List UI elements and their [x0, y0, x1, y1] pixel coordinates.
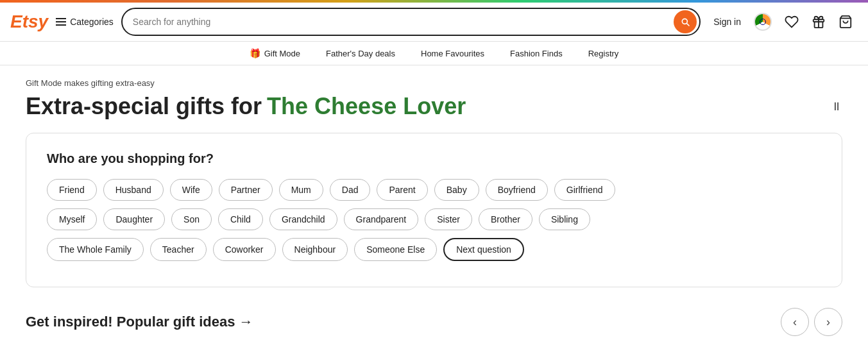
- nav-fathers-day[interactable]: Father's Day deals: [326, 49, 395, 58]
- search-input[interactable]: [133, 17, 674, 27]
- nav-gift-mode[interactable]: 🎁 Gift Mode: [250, 48, 300, 58]
- cart-icon: [838, 15, 853, 29]
- tag-wife[interactable]: Wife: [170, 179, 212, 201]
- favorites-button[interactable]: [779, 10, 804, 34]
- tag-brother[interactable]: Brother: [479, 208, 532, 230]
- tag-grandparent[interactable]: Grandparent: [344, 208, 419, 230]
- popular-title: Get inspired! Popular gift ideas →: [26, 314, 253, 330]
- main-content: Gift Mode makes gifting extra-easy Extra…: [0, 65, 868, 349]
- tags-row-1: Friend Husband Wife Partner Mum Dad Pare…: [47, 179, 821, 201]
- tag-baby[interactable]: Baby: [434, 179, 479, 201]
- search-icon: [680, 17, 690, 27]
- heart-icon: [785, 15, 799, 29]
- nav-home-favourites-label: Home Favourites: [421, 49, 484, 58]
- popular-next-button[interactable]: ›: [814, 308, 842, 336]
- tag-sibling[interactable]: Sibling: [539, 208, 590, 230]
- popular-label-2: Popular gift ideas: [117, 314, 239, 330]
- shopping-question: Who are you shopping for?: [47, 151, 821, 166]
- popular-arrow: →: [239, 314, 253, 330]
- tag-partner[interactable]: Partner: [219, 179, 273, 201]
- tag-sister[interactable]: Sister: [425, 208, 472, 230]
- hamburger-icon: [56, 18, 66, 26]
- nav-registry-label: Registry: [588, 49, 619, 58]
- tag-girlfriend[interactable]: Girlfriend: [554, 179, 615, 201]
- tag-teacher[interactable]: Teacher: [150, 238, 207, 261]
- nav-gift-mode-label: Gift Mode: [264, 49, 300, 58]
- tag-friend[interactable]: Friend: [47, 179, 97, 201]
- pause-button[interactable]: ⏸: [831, 100, 842, 114]
- gift-registry-button[interactable]: [806, 10, 831, 34]
- nav-home-favourites[interactable]: Home Favourites: [421, 49, 484, 58]
- search-button[interactable]: [674, 10, 697, 33]
- nav-registry[interactable]: Registry: [588, 49, 619, 58]
- sign-in-button[interactable]: Sign in: [708, 12, 746, 32]
- popular-prev-button[interactable]: ‹: [781, 308, 809, 336]
- language-button[interactable]: [749, 8, 777, 36]
- popular-label-1: Get inspired!: [26, 314, 113, 330]
- tag-neighbour[interactable]: Neighbour: [282, 238, 348, 261]
- tag-myself[interactable]: Myself: [47, 208, 97, 230]
- flag-icon: [754, 13, 772, 31]
- tags-row-3: The Whole Family Teacher Coworker Neighb…: [47, 238, 821, 261]
- search-bar: [121, 8, 701, 36]
- tags-row-2: Myself Daughter Son Child Grandchild Gra…: [47, 208, 821, 230]
- headline-dynamic: The Cheese Lover: [267, 93, 466, 120]
- tag-whole-family[interactable]: The Whole Family: [47, 238, 144, 261]
- etsy-logo[interactable]: Etsy: [10, 12, 48, 32]
- shopping-card: Who are you shopping for? Friend Husband…: [26, 133, 842, 287]
- categories-label: Categories: [70, 17, 114, 27]
- nav-fashion-finds[interactable]: Fashion Finds: [510, 49, 563, 58]
- tag-husband[interactable]: Husband: [103, 179, 164, 201]
- tag-mum[interactable]: Mum: [279, 179, 323, 201]
- categories-button[interactable]: Categories: [56, 17, 114, 27]
- tag-daughter[interactable]: Daughter: [103, 208, 165, 230]
- gift-mode-icon: 🎁: [250, 48, 260, 58]
- main-nav: 🎁 Gift Mode Father's Day deals Home Favo…: [0, 42, 868, 65]
- tag-son[interactable]: Son: [171, 208, 212, 230]
- tag-coworker[interactable]: Coworker: [213, 238, 276, 261]
- headline: Extra-special gifts for The Cheese Lover…: [26, 93, 842, 120]
- gift-icon: [812, 15, 826, 29]
- popular-section: Get inspired! Popular gift ideas → ‹ ›: [26, 308, 842, 336]
- tag-someone-else[interactable]: Someone Else: [354, 238, 437, 261]
- tag-grandchild[interactable]: Grandchild: [269, 208, 337, 230]
- next-question-button[interactable]: Next question: [443, 238, 524, 261]
- header-actions: Sign in: [708, 8, 858, 36]
- nav-fathers-day-label: Father's Day deals: [326, 49, 395, 58]
- headline-prefix: Extra-special gifts for: [26, 93, 262, 120]
- tag-parent[interactable]: Parent: [377, 179, 427, 201]
- cart-button[interactable]: [833, 10, 858, 34]
- nav-fashion-finds-label: Fashion Finds: [510, 49, 563, 58]
- popular-nav-buttons: ‹ ›: [781, 308, 842, 336]
- tag-child[interactable]: Child: [218, 208, 263, 230]
- tag-dad[interactable]: Dad: [330, 179, 371, 201]
- site-header: Etsy Categories Sign in: [0, 3, 868, 42]
- gift-mode-label: Gift Mode makes gifting extra-easy: [26, 78, 842, 88]
- tag-boyfriend[interactable]: Boyfriend: [486, 179, 548, 201]
